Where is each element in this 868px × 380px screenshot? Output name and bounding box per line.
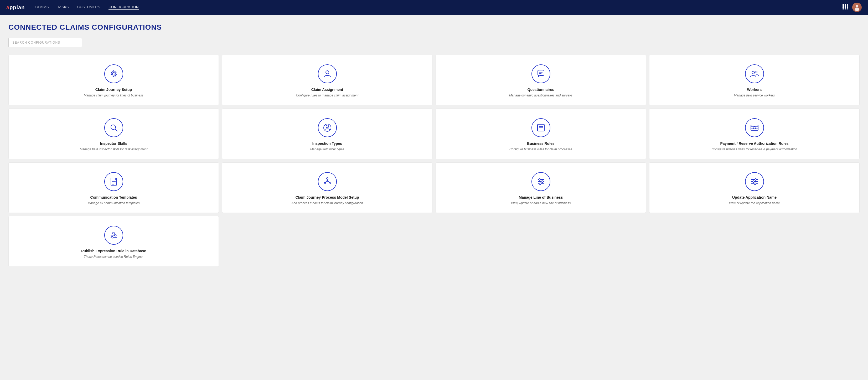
empty-cell-2 bbox=[436, 216, 646, 267]
brand[interactable]: appian bbox=[6, 4, 25, 10]
card-inspection-types-desc: Manage field work types bbox=[310, 147, 344, 152]
svg-point-12 bbox=[326, 71, 329, 74]
person-pin-icon bbox=[318, 118, 337, 137]
card-inspection-types[interactable]: Inspection Types Manage field work types bbox=[222, 109, 432, 159]
svg-rect-6 bbox=[842, 8, 844, 9]
list-icon bbox=[531, 118, 550, 137]
card-claim-journey-process[interactable]: Claim Journey Process Model Setup Add pr… bbox=[222, 163, 432, 213]
card-inspector-skills-title: Inspector Skills bbox=[100, 141, 127, 146]
card-claim-assignment-desc: Configure rules to manage claim assignme… bbox=[296, 93, 358, 98]
svg-rect-0 bbox=[842, 4, 844, 6]
sliders3-icon bbox=[104, 226, 123, 245]
search-container bbox=[8, 38, 860, 47]
card-workers[interactable]: Workers Manage field service workers bbox=[649, 55, 860, 106]
svg-rect-7 bbox=[845, 8, 846, 9]
card-inspection-types-title: Inspection Types bbox=[312, 141, 342, 146]
svg-point-38 bbox=[327, 180, 328, 181]
svg-point-56 bbox=[111, 236, 113, 238]
svg-point-55 bbox=[114, 234, 116, 236]
card-manage-line-of-business-desc: View, update or add a new line of busine… bbox=[511, 201, 570, 205]
card-claim-journey-setup-title: Claim Journey Setup bbox=[95, 88, 132, 92]
nav-tasks[interactable]: TASKS bbox=[57, 5, 69, 10]
svg-point-34 bbox=[327, 178, 328, 179]
navbar-right bbox=[842, 3, 862, 12]
svg-point-43 bbox=[541, 180, 543, 182]
card-payment-reserve-title: Payment / Reserve Authorization Rules bbox=[720, 141, 788, 146]
card-inspector-skills[interactable]: Inspector Skills Manage field inspector … bbox=[8, 109, 219, 159]
svg-rect-2 bbox=[847, 4, 848, 6]
svg-rect-1 bbox=[845, 4, 846, 6]
svg-rect-4 bbox=[845, 6, 846, 8]
svg-rect-30 bbox=[112, 178, 116, 180]
card-update-application-name-desc: View or update the application name bbox=[729, 201, 780, 205]
svg-point-9 bbox=[856, 5, 858, 8]
person-icon bbox=[318, 64, 337, 83]
card-update-application-name-title: Update Application Name bbox=[732, 195, 777, 200]
card-communication-templates[interactable]: Communication Templates Manage all commu… bbox=[8, 163, 219, 213]
search-input[interactable] bbox=[8, 38, 82, 47]
card-business-rules-desc: Configure business rules for claim proce… bbox=[509, 147, 572, 152]
svg-point-50 bbox=[754, 183, 756, 184]
svg-point-36 bbox=[329, 182, 331, 184]
svg-rect-3 bbox=[842, 6, 844, 8]
card-update-application-name[interactable]: Update Application Name View or update t… bbox=[649, 163, 860, 213]
card-questionnaires-desc: Manage dynamic questionnaires and survey… bbox=[509, 93, 572, 98]
search-icon bbox=[104, 118, 123, 137]
sliders2-icon bbox=[745, 172, 764, 191]
svg-rect-5 bbox=[847, 6, 848, 8]
money-icon bbox=[745, 118, 764, 137]
svg-point-49 bbox=[752, 180, 754, 182]
card-manage-line-of-business[interactable]: Manage Line of Business View, update or … bbox=[436, 163, 646, 213]
card-workers-desc: Manage field service workers bbox=[734, 93, 775, 98]
card-publish-expression-rule-desc: These Rules can be used in Rules Engine. bbox=[84, 255, 144, 259]
svg-point-10 bbox=[855, 8, 859, 11]
card-workers-title: Workers bbox=[747, 88, 762, 92]
card-business-rules[interactable]: Business Rules Configure business rules … bbox=[436, 109, 646, 159]
card-questionnaires[interactable]: Questionnaires Manage dynamic questionna… bbox=[436, 55, 646, 106]
svg-rect-25 bbox=[751, 125, 758, 130]
empty-cell-3 bbox=[649, 216, 860, 267]
people-icon bbox=[745, 64, 764, 83]
doc-icon bbox=[104, 172, 123, 191]
card-payment-reserve[interactable]: Payment / Reserve Authorization Rules Co… bbox=[649, 109, 860, 159]
card-claim-journey-setup[interactable]: Claim Journey Setup Manage claim journey… bbox=[8, 55, 219, 106]
nav-customers[interactable]: CUSTOMERS bbox=[77, 5, 100, 10]
nav-configuration[interactable]: CONFIGURATION bbox=[108, 5, 139, 10]
chat-icon bbox=[531, 64, 550, 83]
card-payment-reserve-desc: Configure busines rules for reserves & p… bbox=[712, 147, 797, 152]
svg-point-11 bbox=[113, 72, 115, 75]
svg-point-48 bbox=[754, 178, 756, 180]
card-manage-line-of-business-title: Manage Line of Business bbox=[519, 195, 563, 200]
grid-icon[interactable] bbox=[842, 4, 848, 11]
svg-point-42 bbox=[538, 178, 540, 180]
card-claim-assignment-title: Claim Assignment bbox=[311, 88, 343, 92]
avatar[interactable] bbox=[852, 3, 862, 12]
main-content: CONNECTED CLAIMS CONFIGURATIONS Claim Jo… bbox=[0, 15, 868, 380]
sliders-icon bbox=[531, 172, 550, 191]
page-title: CONNECTED CLAIMS CONFIGURATIONS bbox=[8, 23, 860, 32]
card-questionnaires-title: Questionnaires bbox=[528, 88, 554, 92]
card-publish-expression-rule[interactable]: Publish Expression Rule in Database Thes… bbox=[8, 216, 219, 267]
svg-rect-8 bbox=[847, 8, 848, 9]
card-claim-journey-process-title: Claim Journey Process Model Setup bbox=[296, 195, 359, 200]
svg-point-19 bbox=[326, 125, 329, 128]
appian-logo: appian bbox=[6, 4, 25, 10]
nav-claims[interactable]: CLAIMS bbox=[35, 5, 49, 10]
navbar: appian CLAIMS TASKS CUSTOMERS CONFIGURAT… bbox=[0, 0, 868, 15]
card-communication-templates-title: Communication Templates bbox=[90, 195, 137, 200]
svg-point-44 bbox=[539, 183, 541, 184]
svg-point-54 bbox=[113, 232, 114, 234]
svg-point-35 bbox=[324, 182, 326, 184]
card-inspector-skills-desc: Manage field inspector skills for task a… bbox=[80, 147, 147, 152]
nav-links: CLAIMS TASKS CUSTOMERS CONFIGURATION bbox=[35, 5, 842, 10]
svg-point-15 bbox=[752, 71, 754, 74]
card-claim-journey-setup-desc: Manage claim journey for lines of busine… bbox=[84, 93, 144, 98]
svg-line-18 bbox=[115, 129, 117, 131]
avatar-image bbox=[852, 3, 862, 12]
card-publish-expression-rule-title: Publish Expression Rule in Database bbox=[81, 249, 146, 253]
card-claim-journey-process-desc: Add process models for claim journey con… bbox=[291, 201, 363, 205]
branch-icon bbox=[318, 172, 337, 191]
config-grid: Claim Journey Setup Manage claim journey… bbox=[8, 55, 860, 213]
card-claim-assignment[interactable]: Claim Assignment Configure rules to mana… bbox=[222, 55, 432, 106]
empty-cell-1 bbox=[222, 216, 432, 267]
